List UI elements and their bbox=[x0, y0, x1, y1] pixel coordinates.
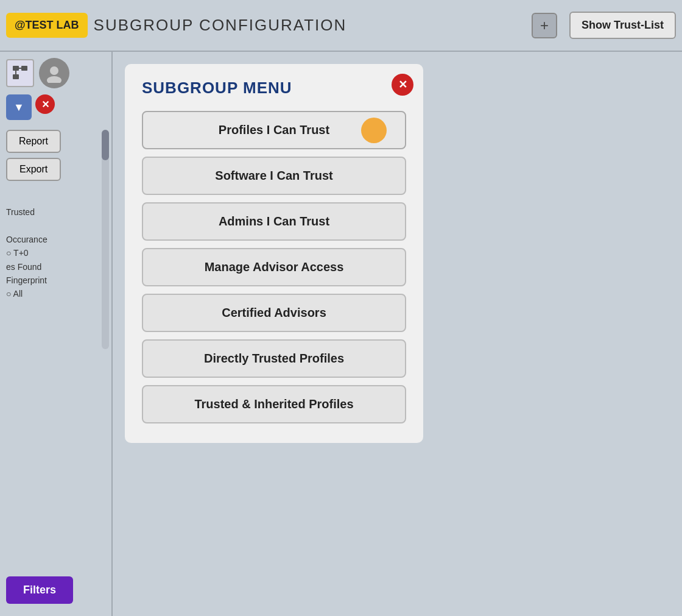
plus-icon: + bbox=[540, 17, 549, 34]
sidebar-close-button[interactable]: ✕ bbox=[35, 94, 55, 114]
sidebar-scrollbar[interactable] bbox=[102, 130, 109, 349]
manage-advisor-label: Manage Advisor Access bbox=[205, 260, 344, 274]
all-radio[interactable]: ○ bbox=[6, 289, 11, 299]
subgroup-menu-card: SUBGROUP MENU ✕ Profiles I Can Trust Sof… bbox=[125, 64, 423, 443]
t0-radio[interactable]: ○ bbox=[6, 248, 11, 258]
svg-point-5 bbox=[50, 66, 58, 75]
found-text: es Found bbox=[6, 260, 105, 274]
t0-text: ○ T+0 bbox=[6, 246, 105, 260]
filter-button[interactable] bbox=[6, 94, 32, 120]
fingerprint-text: Fingerprint bbox=[6, 274, 105, 287]
export-button[interactable]: Export bbox=[6, 158, 61, 181]
sidebar-icons-row bbox=[6, 58, 105, 88]
main-content: SUBGROUP MENU ✕ Profiles I Can Trust Sof… bbox=[113, 52, 682, 616]
directly-trusted-label: Directly Trusted Profiles bbox=[204, 352, 344, 365]
all-option: ○ All bbox=[6, 287, 105, 300]
occurance-text: Occurance bbox=[6, 233, 105, 246]
trusted-inherited-profiles-button[interactable]: Trusted & Inherited Profiles bbox=[142, 385, 406, 423]
svg-point-6 bbox=[47, 76, 62, 83]
sidebar-text-block: Trusted Occurance ○ T+0 es Found Fingerp… bbox=[6, 205, 105, 301]
menu-card-title: SUBGROUP MENU bbox=[142, 79, 406, 97]
report-button[interactable]: Report bbox=[6, 130, 61, 153]
certified-advisors-label: Certified Advisors bbox=[222, 306, 326, 319]
manage-advisor-access-button[interactable]: Manage Advisor Access bbox=[142, 248, 406, 286]
certified-advisors-button[interactable]: Certified Advisors bbox=[142, 294, 406, 332]
svg-rect-1 bbox=[21, 66, 27, 71]
header-bar: @TEST LAB SUBGROUP CONFIGURATION + Show … bbox=[0, 0, 682, 52]
add-button[interactable]: + bbox=[532, 13, 557, 38]
admins-i-can-trust-button[interactable]: Admins I Can Trust bbox=[142, 202, 406, 241]
show-trust-button[interactable]: Show Trust-List bbox=[569, 12, 676, 39]
admins-trust-label: Admins I Can Trust bbox=[219, 214, 329, 228]
sidebar-controls: ✕ bbox=[6, 94, 105, 120]
directly-trusted-profiles-button[interactable]: Directly Trusted Profiles bbox=[142, 339, 406, 378]
profiles-trust-label: Profiles I Can Trust bbox=[219, 123, 329, 136]
diagram-icon[interactable] bbox=[6, 59, 34, 87]
menu-close-button[interactable]: ✕ bbox=[392, 74, 413, 96]
software-trust-label: Software I Can Trust bbox=[215, 169, 332, 182]
filters-button[interactable]: Filters bbox=[6, 576, 73, 604]
sidebar-bottom-area: Filters bbox=[6, 576, 73, 604]
profiles-i-can-trust-button[interactable]: Profiles I Can Trust bbox=[142, 111, 406, 149]
left-sidebar: ✕ Report Export Trusted Occurance ○ T+0 … bbox=[0, 52, 113, 616]
test-lab-badge[interactable]: @TEST LAB bbox=[6, 13, 88, 38]
active-indicator bbox=[361, 118, 387, 143]
software-i-can-trust-button[interactable]: Software I Can Trust bbox=[142, 157, 406, 195]
trusted-inherited-label: Trusted & Inherited Profiles bbox=[194, 397, 353, 411]
svg-rect-0 bbox=[13, 66, 19, 71]
avatar bbox=[39, 58, 69, 88]
trusted-text: Trusted bbox=[6, 205, 105, 219]
header-title: SUBGROUP CONFIGURATION bbox=[94, 16, 526, 35]
close-icon: ✕ bbox=[398, 78, 407, 91]
sidebar-scroll-thumb[interactable] bbox=[102, 130, 109, 160]
